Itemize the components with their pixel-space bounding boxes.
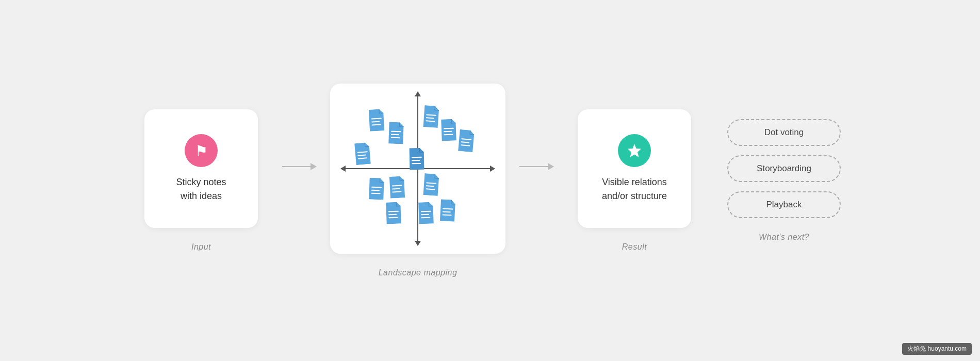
doc-note-13: [438, 199, 458, 222]
arrow-input-to-landscape: [279, 163, 320, 199]
main-container: ⚑ Sticky noteswith ideas Input: [0, 0, 980, 361]
axis-arrow-left: [340, 166, 346, 172]
doc-note-2: [386, 122, 405, 144]
axis-arrow-up: [415, 91, 421, 96]
next-card-storyboarding[interactable]: Storyboarding: [727, 155, 841, 182]
result-card-text: Visible relationsand/or structure: [602, 175, 667, 203]
next-label: What's next?: [759, 233, 809, 242]
doc-note-4: [439, 119, 458, 141]
landscape-card: [330, 84, 505, 254]
doc-note-3: [421, 105, 442, 128]
flag-circle: ⚑: [185, 134, 218, 167]
arrow-2: [519, 163, 554, 170]
watermark: 火焰兔 huoyantu.com: [902, 343, 972, 355]
next-card-playback[interactable]: Playback: [727, 191, 841, 218]
arrow-2-line: [519, 166, 548, 167]
input-card-text: Sticky noteswith ideas: [176, 175, 226, 203]
axis-arrow-right: [490, 166, 495, 172]
dot-voting-label: Dot voting: [764, 127, 804, 138]
input-card: ⚑ Sticky noteswith ideas: [144, 109, 258, 228]
svg-marker-0: [628, 144, 641, 157]
star-icon: [626, 142, 643, 159]
next-card-dot-voting[interactable]: Dot voting: [727, 119, 841, 146]
axes-container: [346, 96, 490, 241]
landscape-label: Landscape mapping: [379, 268, 458, 277]
arrow-1-line: [282, 166, 311, 167]
doc-note-7: [352, 142, 373, 166]
doc-note-11: [421, 173, 442, 196]
result-card: Visible relationsand/or structure: [578, 109, 691, 228]
doc-note-6: [407, 148, 427, 170]
doc-note-10: [384, 202, 403, 224]
result-column: Visible relationsand/or structure Result: [557, 0, 712, 361]
arrow-1: [282, 163, 317, 170]
axis-arrow-down: [415, 241, 421, 246]
playback-label: Playback: [766, 200, 802, 210]
doc-note-12: [416, 202, 435, 224]
next-cards-container: Dot voting Storyboarding Playback: [727, 119, 841, 218]
doc-note-9: [387, 176, 407, 199]
star-circle: [618, 134, 651, 167]
input-column: ⚑ Sticky noteswith ideas Input: [124, 0, 279, 361]
flag-icon: ⚑: [195, 142, 208, 159]
doc-note-5: [456, 129, 477, 153]
doc-note-8: [367, 177, 386, 200]
next-column: Dot voting Storyboarding Playback What's…: [712, 0, 856, 361]
arrow-1-head: [311, 163, 317, 170]
arrow-2-head: [548, 163, 554, 170]
landscape-column: Landscape mapping: [320, 0, 516, 361]
doc-note-1: [367, 109, 386, 132]
result-label: Result: [622, 242, 647, 252]
storyboarding-label: Storyboarding: [757, 163, 811, 174]
arrow-landscape-to-result: [516, 163, 557, 199]
input-label: Input: [191, 242, 211, 252]
